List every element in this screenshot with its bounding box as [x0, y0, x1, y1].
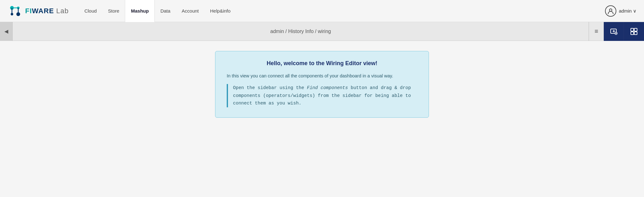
navbar: FIWARE Lab Cloud Store Mashup Data Accou…: [0, 0, 644, 22]
breadcrumb-path: admin / History Info / wiring: [13, 29, 589, 34]
view-layout-button[interactable]: [624, 22, 644, 41]
chevron-left-icon: ◀: [4, 28, 8, 34]
svg-rect-14: [631, 28, 634, 31]
nav-data[interactable]: Data: [155, 0, 176, 22]
nav-store[interactable]: Store: [103, 0, 125, 22]
svg-rect-17: [634, 32, 637, 35]
nav-account[interactable]: Account: [176, 0, 204, 22]
breadcrumb-menu-button[interactable]: ≡: [589, 22, 604, 41]
add-workspace-icon: [610, 27, 618, 36]
user-menu-label[interactable]: admin ∨: [619, 8, 636, 14]
welcome-card: Hello, welcome to the Wiring Editor view…: [215, 51, 429, 118]
breadcrumb-bar: ◀ admin / History Info / wiring ≡: [0, 22, 644, 41]
breadcrumb-text: admin / History Info / wiring: [270, 29, 331, 34]
layout-icon: [630, 27, 638, 36]
add-workspace-button[interactable]: [604, 22, 624, 41]
svg-rect-15: [634, 28, 637, 31]
navbar-links: Cloud Store Mashup Data Account Help&inf…: [79, 0, 605, 22]
welcome-title: Hello, welcome to the Wiring Editor view…: [227, 60, 417, 67]
fiware-logo-icon: [8, 3, 23, 19]
main-content: Hello, welcome to the Wiring Editor view…: [0, 41, 644, 197]
nav-helpinfo[interactable]: Help&info: [204, 0, 236, 22]
nav-mashup[interactable]: Mashup: [125, 0, 155, 22]
logo-text: FIWARE Lab: [25, 7, 69, 15]
hamburger-icon: ≡: [595, 28, 598, 35]
svg-point-7: [609, 9, 612, 11]
welcome-blockquote: Open the sidebar using the Find componen…: [227, 84, 417, 107]
navbar-right: admin ∨: [605, 5, 636, 17]
sidebar-toggle-button[interactable]: ◀: [0, 22, 13, 41]
breadcrumb-actions: [604, 22, 644, 41]
logo: FIWARE Lab: [8, 3, 69, 19]
user-avatar-icon: [605, 5, 616, 17]
welcome-intro: In this view you can connect all the com…: [227, 72, 417, 80]
svg-rect-16: [631, 32, 634, 35]
nav-cloud[interactable]: Cloud: [79, 0, 102, 22]
